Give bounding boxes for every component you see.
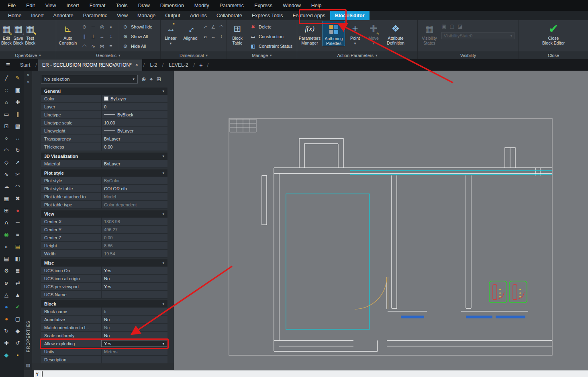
vertical-constraint-icon[interactable]: ↕: [110, 34, 112, 39]
block-table-button[interactable]: ⊞ Block Table: [228, 21, 247, 45]
edit-pencil-tool-icon[interactable]: ✎: [14, 74, 22, 82]
section-header-general[interactable]: General▾: [41, 88, 167, 95]
property-value[interactable]: ByLayer▾: [101, 135, 167, 143]
home-tool-icon[interactable]: ⌂: [2, 98, 10, 106]
aligned-dim-icon[interactable]: ↗: [203, 24, 207, 30]
menu-item[interactable]: Modify: [189, 3, 214, 8]
perpendicular-constraint-icon[interactable]: ⊥: [91, 34, 95, 39]
polygon-tool-icon[interactable]: ◇: [2, 158, 10, 166]
move-action-button[interactable]: ✚ϟ Move ▼: [365, 21, 382, 46]
file-tab-start[interactable]: Start: [16, 59, 34, 71]
triangle-tool-icon[interactable]: △: [2, 291, 10, 299]
property-row[interactable]: Center Z 0.00▾: [41, 234, 167, 242]
ribbon-tab[interactable]: Collaborate: [212, 11, 247, 20]
arc-tool-icon[interactable]: ◠: [2, 146, 10, 154]
attribute-definition-button[interactable]: ❖ Attribute Definition: [384, 21, 408, 45]
property-value[interactable]: 19.54▾: [101, 250, 167, 257]
property-value[interactable]: 0▾: [101, 103, 167, 110]
menu-item[interactable]: Tools: [110, 3, 133, 8]
property-value[interactable]: ByLayer▾: [101, 127, 167, 134]
make-visible-icon[interactable]: ▣: [441, 23, 446, 29]
property-row[interactable]: Block name tr▾: [41, 308, 167, 316]
select-box-tool-icon[interactable]: ▣: [14, 86, 22, 94]
diamond-tool-icon[interactable]: ◆: [2, 351, 10, 359]
ribbon-tab[interactable]: View: [112, 11, 133, 20]
region-tool-icon[interactable]: ⊡: [2, 122, 10, 130]
drawing-canvas[interactable]: [174, 71, 588, 370]
ribbon-tab[interactable]: Express Tools: [247, 11, 288, 20]
lock-tool-icon[interactable]: ▪: [14, 351, 22, 359]
property-value[interactable]: COLOR.ctb▾: [101, 185, 167, 192]
property-row[interactable]: Plot style table COLOR.ctb▾: [41, 185, 167, 193]
trim-tool-icon[interactable]: ✂: [14, 170, 22, 178]
property-row[interactable]: Layer 0▾: [41, 103, 167, 111]
panel-label-manage[interactable]: Manage▾: [227, 51, 297, 59]
panel-label-open-save[interactable]: Open/Save▾: [0, 51, 56, 59]
ribbon-tab[interactable]: Featured Apps: [288, 11, 330, 20]
linear-dimension-button[interactable]: ↔▪ Linear ▼: [162, 21, 180, 46]
minus-tool-icon[interactable]: ─: [14, 218, 22, 226]
close-tab-icon[interactable]: ×: [135, 62, 138, 68]
aligned-dimension-button[interactable]: ↔ Aligned: [181, 21, 200, 41]
ribbon-tab[interactable]: Manage: [133, 11, 160, 20]
menu-item[interactable]: Edit: [21, 3, 40, 8]
menu-item[interactable]: Insert: [61, 3, 84, 8]
property-value[interactable]: ByBlock▾: [101, 111, 167, 118]
half-square-tool-icon[interactable]: ◧: [14, 255, 22, 263]
file-tab-active[interactable]: ER - SECLUSION ROOM RENOVATION* ×: [38, 59, 142, 71]
equal-constraint-icon[interactable]: =: [109, 43, 112, 49]
layers-tool-icon[interactable]: ≡: [14, 230, 22, 238]
visibility-states-button[interactable]: ▦ Visibility States: [419, 21, 440, 45]
angular-dim-icon[interactable]: ∠: [211, 24, 216, 30]
selection-combo[interactable]: No selection ▾: [41, 75, 138, 84]
parallel-tool-icon[interactable]: ∥: [14, 110, 22, 118]
property-row[interactable]: Material ByLayer▾: [41, 160, 167, 168]
property-value[interactable]: ▾: [101, 291, 167, 298]
panel-label-visibility[interactable]: Visibility: [418, 51, 519, 59]
ribbon-tab[interactable]: Annotate: [49, 11, 78, 20]
coincident-constraint-icon[interactable]: ⊙: [82, 24, 86, 30]
save-block-button[interactable]: ▦↓ Save Block: [13, 21, 24, 45]
property-value[interactable]: 496.27▾: [101, 226, 167, 233]
property-value[interactable]: 0.00▾: [101, 143, 167, 151]
panel-label-close[interactable]: Close: [519, 51, 588, 59]
radius-dim-icon[interactable]: ◠: [219, 24, 223, 30]
palette-close-icon[interactable]: ×: [27, 73, 29, 79]
property-row[interactable]: Scale uniformly No▾: [41, 332, 167, 340]
offset-tool-icon[interactable]: ↗: [14, 158, 22, 166]
authoring-palettes-button[interactable]: Authoring Palettes: [323, 21, 345, 46]
visibility-state-combo[interactable]: VisibilityState0 ▾: [441, 32, 514, 39]
section-header-block[interactable]: Block▾: [41, 300, 167, 308]
ribbon-tab[interactable]: Parametric: [78, 11, 112, 20]
horizontal-dim-icon[interactable]: ↔: [211, 34, 216, 39]
diameter-tool-icon[interactable]: ⌀: [2, 279, 10, 287]
construction-geometry-button[interactable]: ▭ Construction: [248, 32, 294, 41]
show-all-constraints-button[interactable]: ⊕ Show All: [120, 32, 154, 41]
horizontal-constraint-icon[interactable]: ↔: [100, 34, 104, 39]
select-objects-icon[interactable]: ⌖: [150, 76, 153, 83]
property-value[interactable]: 8.86▾: [101, 242, 167, 249]
smooth-constraint-icon[interactable]: ∿: [91, 43, 95, 49]
property-value[interactable]: tr▾: [101, 308, 167, 315]
property-row[interactable]: Linetype scale 10.00▾: [41, 119, 167, 127]
arc2-tool-icon[interactable]: ◠: [14, 182, 22, 190]
section-header-view[interactable]: View▾: [41, 210, 167, 218]
settings-tool-icon[interactable]: ⚙: [2, 267, 10, 275]
property-value[interactable]: No▾: [101, 316, 167, 323]
up-tool-icon[interactable]: ▲: [14, 291, 22, 299]
property-value[interactable]: 0.00▾: [101, 234, 167, 241]
parameters-manager-button[interactable]: f(x) Parameters Manager: [298, 21, 321, 45]
sphere-orange-tool-icon[interactable]: ●: [2, 315, 10, 323]
ribbon-tab[interactable]: Home: [3, 11, 26, 20]
toggle-pickadd-icon[interactable]: ⊕: [141, 76, 146, 82]
property-row[interactable]: Plot table type Color dependent▾: [41, 201, 167, 209]
add-tool-icon[interactable]: ✚: [2, 339, 10, 347]
rectangle-tool-icon[interactable]: ▭: [2, 110, 10, 118]
palette-tool-icon[interactable]: ▤: [14, 243, 22, 251]
menu-tool-icon[interactable]: ≣: [14, 267, 22, 275]
rotate-tool-icon[interactable]: ↻: [2, 327, 10, 335]
show-hide-constraints-button[interactable]: ⊙ Show/Hide: [120, 22, 154, 32]
property-row[interactable]: Thickness 0.00▾: [41, 143, 167, 151]
property-row[interactable]: Plot table attached to Model▾: [41, 193, 167, 201]
edit-block-button[interactable]: ▦✎ Edit Block: [1, 21, 12, 45]
